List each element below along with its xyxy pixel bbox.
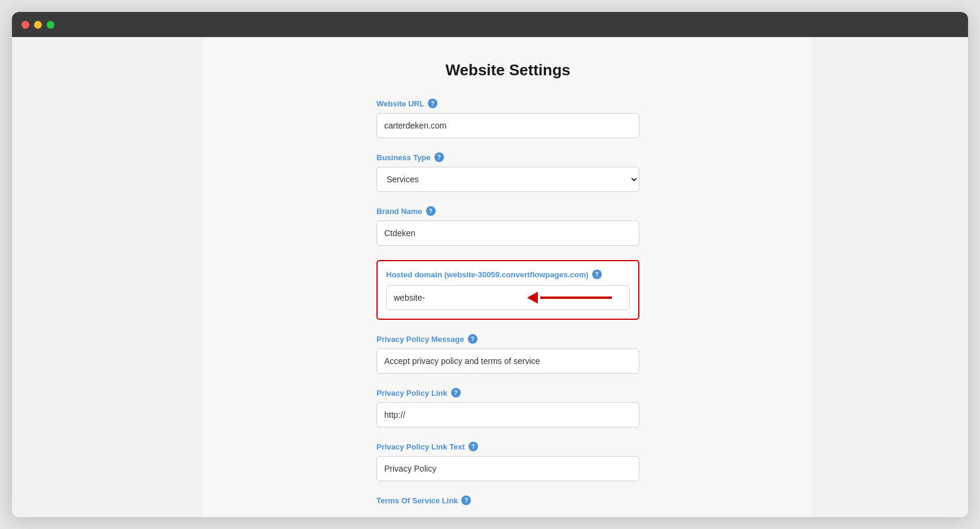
titlebar (12, 12, 968, 37)
hosted-domain-box: Hosted domain (website-30059.convertflow… (376, 260, 639, 320)
terms-of-service-link-label: Terms Of Service Link ? (376, 496, 639, 505)
privacy-policy-message-label: Privacy Policy Message ? (376, 334, 639, 344)
hosted-domain-input[interactable] (386, 285, 630, 310)
traffic-lights (22, 21, 54, 29)
privacy-policy-link-help-icon[interactable]: ? (451, 388, 461, 397)
privacy-policy-link-text-help-icon[interactable]: ? (468, 442, 478, 451)
content-area: Website Settings Website URL ? Business … (203, 37, 813, 517)
privacy-policy-message-input[interactable] (376, 348, 639, 374)
website-url-group: Website URL ? (376, 99, 639, 138)
privacy-policy-link-group: Privacy Policy Link ? (376, 388, 639, 427)
privacy-policy-link-text-label: Privacy Policy Link Text ? (376, 442, 639, 451)
form-container: Website Settings Website URL ? Business … (376, 61, 639, 505)
left-sidebar (12, 37, 203, 517)
right-sidebar (813, 37, 968, 517)
hosted-domain-input-wrapper (386, 285, 630, 310)
business-type-group: Business Type ? Services E-commerce Blog… (376, 152, 639, 192)
privacy-policy-link-text-group: Privacy Policy Link Text ? (376, 442, 639, 481)
app-window: Website Settings Website URL ? Business … (12, 12, 968, 517)
hosted-domain-group: Hosted domain (website-30059.convertflow… (376, 260, 639, 320)
hosted-domain-help-icon[interactable]: ? (592, 270, 602, 279)
business-type-label: Business Type ? (376, 152, 639, 162)
brand-name-input[interactable] (376, 221, 639, 246)
minimize-button[interactable] (34, 21, 42, 29)
website-url-help-icon[interactable]: ? (428, 99, 437, 108)
privacy-policy-message-group: Privacy Policy Message ? (376, 334, 639, 374)
brand-name-label: Brand Name ? (376, 206, 639, 216)
page-title: Website Settings (376, 61, 639, 79)
website-url-label: Website URL ? (376, 99, 639, 108)
privacy-policy-message-help-icon[interactable]: ? (468, 334, 477, 344)
terms-of-service-link-help-icon[interactable]: ? (461, 496, 471, 505)
privacy-policy-link-label: Privacy Policy Link ? (376, 388, 639, 397)
privacy-policy-link-input[interactable] (376, 402, 639, 427)
hosted-domain-label: Hosted domain (website-30059.convertflow… (386, 270, 630, 279)
brand-name-group: Brand Name ? (376, 206, 639, 246)
maximize-button[interactable] (47, 21, 54, 29)
terms-of-service-link-group: Terms Of Service Link ? (376, 496, 639, 505)
brand-name-help-icon[interactable]: ? (426, 206, 436, 216)
business-type-select[interactable]: Services E-commerce Blog Portfolio Other (376, 167, 639, 192)
business-type-help-icon[interactable]: ? (434, 152, 444, 162)
window-body: Website Settings Website URL ? Business … (12, 37, 968, 517)
close-button[interactable] (22, 21, 29, 29)
privacy-policy-link-text-input[interactable] (376, 456, 639, 481)
website-url-input[interactable] (376, 113, 639, 138)
